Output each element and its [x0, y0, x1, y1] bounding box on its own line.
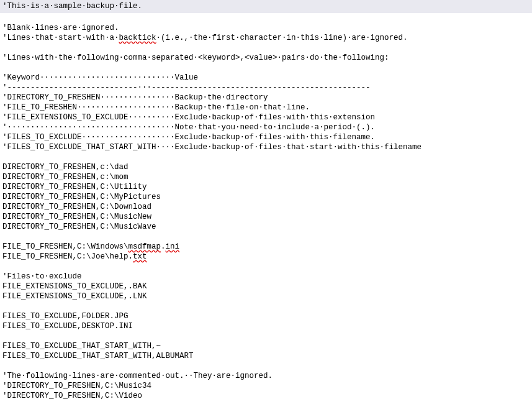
spelling-flagged: backtick: [119, 34, 156, 42]
document-body: 'Blank·lines·are·ignored.'Lines·that·sta…: [0, 13, 532, 415]
text-line: DIRECTORY_TO_FRESHEN,C:\Utility: [2, 182, 530, 192]
spelling-flagged: txt: [133, 252, 147, 261]
blank-line: [2, 301, 530, 311]
blank-line: [2, 331, 530, 341]
blank-line: [2, 361, 530, 371]
text-line: 'DIRECTORY_TO_FRESHEN,C:\Video: [2, 391, 530, 401]
text-line: DIRECTORY_TO_FRESHEN,C:\MusicNew: [2, 212, 530, 222]
text-segment: .: [161, 242, 166, 251]
text-line: 'Lines·with·the·following·comma·separate…: [2, 53, 530, 63]
text-segment: 'Lines·that·start·with·a·: [2, 34, 119, 42]
text-line: 'DIRECTORY_TO_FRESHEN················Bac…: [2, 93, 530, 103]
text-line: 'Lines·that·start·with·a·backtick·(i.e.,…: [2, 33, 530, 43]
text-segment: FILE_TO_FRESHEN,C:\Joe\help.: [2, 252, 133, 261]
text-line: FILES_TO_EXCLUDE_THAT_START_WITH,ALBUMAR…: [2, 351, 530, 361]
text-line: 'DIRECTORY_TO_FRESHEN,C:\Music34: [2, 381, 530, 391]
text-line: FILE_TO_FRESHEN,C:\Windows\msdfmap.ini: [2, 242, 530, 252]
blank-line: [2, 232, 530, 242]
blank-line: [2, 63, 530, 73]
text-segment: FILE_TO_FRESHEN,C:\Windows\: [2, 242, 128, 251]
text-line: FILE_EXTENSIONS_TO_EXCLUDE,.LNK: [2, 291, 530, 301]
text-line: '····································Not…: [2, 122, 530, 132]
text-line: 'FILE_TO_FRESHEN·····················Bac…: [2, 103, 530, 112]
text-line: '----------------------------···--------…: [2, 83, 530, 93]
header-text: 'This·is·a·sample·backup·file.: [2, 2, 142, 11]
text-line: 'Files·to·exclude: [2, 272, 530, 282]
text-line: DIRECTORY_TO_FRESHEN,c:\mom: [2, 172, 530, 182]
blank-line: [2, 43, 530, 53]
header-bar: 'This·is·a·sample·backup·file.: [0, 0, 532, 13]
text-line: DIRECTORY_TO_FRESHEN,c:\dad: [2, 162, 530, 172]
text-line: FILE_EXTENSIONS_TO_EXCLUDE,.BAK: [2, 282, 530, 291]
text-line: FILES_TO_EXCLUDE_THAT_START_WITH,~: [2, 341, 530, 351]
text-line: DIRECTORY_TO_FRESHEN,C:\MusicWave: [2, 222, 530, 232]
text-line: DIRECTORY_TO_FRESHEN,C:\Download: [2, 202, 530, 212]
text-line: FILES_TO_EXCLUDE,FOLDER.JPG: [2, 311, 530, 321]
text-line: 'Keyword·····························Val…: [2, 73, 530, 83]
blank-line: [2, 262, 530, 272]
text-line: 'Blank·lines·are·ignored.: [2, 23, 530, 33]
text-segment: ·(i.e.,·the·first·character·in·this·line…: [156, 34, 408, 42]
text-line: 'FILE_EXTENSIONS_TO_EXCLUDE··········Exc…: [2, 112, 530, 122]
text-line: 'FILES_TO_EXCLUDE_THAT_START_WITH····Exc…: [2, 142, 530, 152]
text-line: DIRECTORY_TO_FRESHEN,C:\MyPictures: [2, 192, 530, 202]
text-line: FILE_TO_FRESHEN,C:\Joe\help.txt: [2, 252, 530, 262]
text-line: 'The·following·lines·are·commented·out.·…: [2, 371, 530, 381]
blank-line: [2, 401, 530, 411]
text-line: 'FILES_TO_EXCLUDE····················Exc…: [2, 132, 530, 142]
blank-line: [2, 13, 530, 23]
spelling-flagged: msdfmap: [128, 242, 161, 251]
spelling-flagged: ini: [166, 242, 180, 251]
blank-line: [2, 152, 530, 162]
text-line: FILES_TO_EXCLUDE,DESKTOP.INI: [2, 321, 530, 331]
